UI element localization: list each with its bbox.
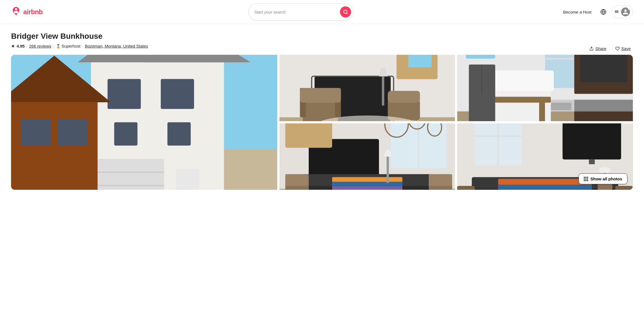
superhost-badge: 🏅 Superhost bbox=[56, 44, 80, 48]
photo-kitchen[interactable] bbox=[457, 55, 633, 121]
photo-living-room-2[interactable] bbox=[279, 123, 455, 190]
separator-2: · bbox=[53, 44, 54, 48]
svg-rect-97 bbox=[429, 174, 452, 186]
superhost-icon: 🏅 bbox=[56, 44, 61, 48]
svg-line-1 bbox=[346, 13, 347, 14]
svg-rect-72 bbox=[466, 55, 495, 59]
svg-point-124 bbox=[599, 167, 611, 173]
svg-rect-117 bbox=[498, 179, 592, 185]
superhost-label: Superhost bbox=[62, 44, 80, 48]
svg-rect-27 bbox=[11, 102, 98, 190]
search-button[interactable] bbox=[340, 6, 351, 17]
avatar bbox=[621, 7, 630, 16]
svg-rect-100 bbox=[387, 157, 389, 183]
svg-rect-62 bbox=[574, 111, 633, 121]
listing-actions: Share Save bbox=[587, 45, 633, 52]
svg-rect-64 bbox=[580, 55, 627, 82]
save-button[interactable]: Save bbox=[613, 45, 633, 52]
airbnb-logo-icon bbox=[11, 6, 21, 18]
photo-main-exterior[interactable] bbox=[11, 55, 277, 190]
become-host-button[interactable]: Become a Host bbox=[559, 7, 595, 17]
share-label: Share bbox=[595, 46, 606, 51]
svg-rect-73 bbox=[469, 64, 495, 121]
svg-rect-17 bbox=[108, 79, 141, 109]
hamburger-icon bbox=[614, 9, 619, 15]
listing-meta: ★ 4.95 · 266 reviews · 🏅 Superhost · Boz… bbox=[11, 43, 148, 49]
search-bar[interactable]: Start your search bbox=[248, 3, 354, 20]
svg-rect-112 bbox=[589, 160, 595, 164]
svg-rect-25 bbox=[176, 169, 199, 190]
header-right: Become a Host bbox=[559, 6, 633, 18]
svg-rect-19 bbox=[114, 122, 137, 146]
main-content: Bridger View Bunkhouse ★ 4.95 · 266 revi… bbox=[0, 24, 644, 190]
svg-rect-20 bbox=[167, 122, 191, 146]
svg-rect-92 bbox=[332, 177, 402, 182]
separator-1: · bbox=[26, 44, 27, 48]
svg-rect-54 bbox=[382, 76, 384, 106]
photo-grid: Show all photos bbox=[11, 55, 633, 190]
show-all-photos-button[interactable]: Show all photos bbox=[578, 173, 627, 184]
svg-rect-68 bbox=[489, 70, 554, 91]
svg-rect-71 bbox=[539, 103, 545, 121]
header: airbnb Start your search Become a Host bbox=[0, 0, 644, 24]
svg-rect-118 bbox=[498, 185, 592, 190]
show-all-label: Show all photos bbox=[590, 176, 622, 181]
notification-dot bbox=[628, 7, 630, 10]
location-link[interactable]: Bozeman, Montana, United States bbox=[85, 44, 148, 48]
svg-rect-61 bbox=[574, 100, 633, 111]
logo[interactable]: airbnb bbox=[11, 6, 43, 18]
menu-profile-button[interactable] bbox=[611, 6, 633, 18]
rating-value: 4.95 bbox=[17, 44, 25, 48]
svg-rect-53 bbox=[408, 55, 432, 67]
svg-rect-18 bbox=[161, 79, 194, 109]
photo-living-room-1[interactable] bbox=[279, 55, 455, 121]
svg-rect-111 bbox=[563, 123, 621, 160]
svg-rect-29 bbox=[21, 119, 51, 146]
listing-meta-row: ★ 4.95 · 266 reviews · 🏅 Superhost · Boz… bbox=[11, 43, 633, 54]
globe-button[interactable] bbox=[598, 6, 609, 18]
svg-rect-46 bbox=[303, 100, 338, 121]
grid-icon bbox=[584, 177, 588, 181]
separator-3: · bbox=[82, 44, 83, 48]
svg-rect-95 bbox=[285, 174, 309, 186]
svg-rect-121 bbox=[615, 186, 633, 190]
share-button[interactable]: Share bbox=[587, 45, 609, 52]
save-label: Save bbox=[621, 46, 631, 51]
svg-rect-93 bbox=[332, 182, 402, 186]
star-icon: ★ bbox=[11, 43, 15, 49]
logo-text: airbnb bbox=[23, 8, 43, 16]
svg-rect-49 bbox=[300, 88, 341, 103]
svg-rect-66 bbox=[551, 103, 571, 110]
reviews-link[interactable]: 266 reviews bbox=[29, 44, 51, 48]
svg-rect-51 bbox=[388, 91, 420, 103]
svg-marker-16 bbox=[144, 55, 250, 62]
search-placeholder-text: Start your search bbox=[254, 10, 337, 14]
svg-rect-30 bbox=[58, 119, 88, 146]
svg-rect-120 bbox=[457, 186, 475, 190]
listing-title: Bridger View Bunkhouse bbox=[11, 32, 633, 41]
svg-rect-99 bbox=[285, 123, 332, 148]
